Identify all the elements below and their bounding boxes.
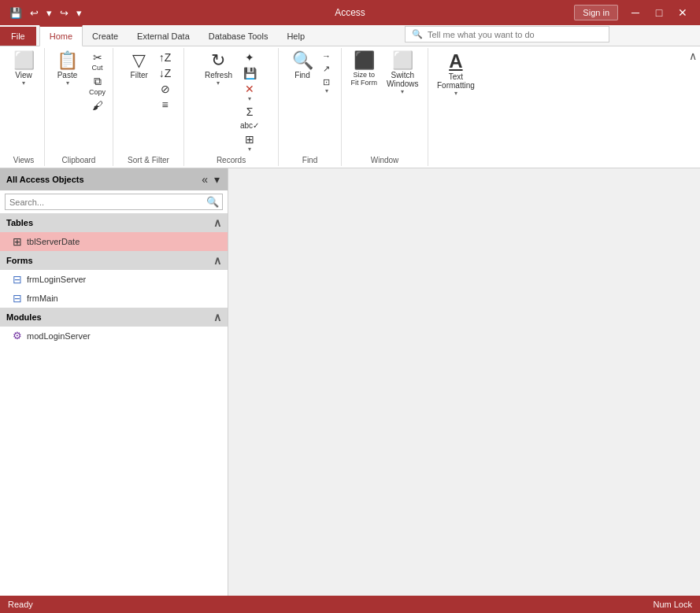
title-bar: 💾 ↩ ▾ ↪ ▾ Access Sign in ─ □ ✕ — [0, 0, 700, 25]
find-content: 🔍 Find → ↗ ⊡ ▾ — [287, 50, 333, 154]
search-icon: 🔍 — [412, 29, 423, 39]
cut-button[interactable]: ✂ Cut — [87, 50, 108, 73]
nav-item-modLoginServer[interactable]: ⚙ modLoginServer — [0, 327, 228, 345]
undo-btn[interactable]: ↩ — [27, 6, 42, 20]
totals-icon: Σ — [246, 105, 254, 118]
toggle-filter-button[interactable]: ≡ — [157, 97, 174, 113]
sort-btns: ↑Z ↓Z ⊘ ≡ — [157, 50, 174, 113]
nav-expand-button[interactable]: ▾ — [213, 173, 221, 186]
ascending-sort-button[interactable]: ↑Z — [157, 50, 174, 65]
refresh-all-button[interactable]: ↻ Refresh ▾ — [201, 50, 236, 89]
frmMain-label: frmMain — [27, 294, 58, 303]
size-to-fit-button[interactable]: ⬛ Size toFit Form — [346, 50, 381, 89]
nav-search-input[interactable] — [6, 195, 203, 209]
ribbon-group-views: ⬜ View ▾ Views — [3, 48, 45, 166]
clipboard-group-label: Clipboard — [62, 154, 96, 164]
navigation-pane: All Access Objects « ▾ 🔍 Tables ∧ ⊞ tblS… — [0, 168, 228, 596]
search-input[interactable] — [428, 30, 602, 39]
remove-sort-button[interactable]: ⊘ — [157, 81, 174, 97]
status-bar: Ready Num Lock — [0, 596, 700, 613]
nav-item-tblServerDate[interactable]: ⊞ tblServerDate — [0, 232, 228, 251]
records-group-label: Records — [217, 154, 246, 164]
forms-section-header[interactable]: Forms ∧ — [0, 251, 228, 270]
module-icon: ⚙ — [13, 330, 22, 342]
copy-button[interactable]: ⧉ Copy — [87, 73, 108, 98]
ribbon: ⬜ View ▾ Views 📋 Paste ▾ ✂ Cut ⧉ Copy — [0, 46, 700, 168]
nav-item-frmMain[interactable]: ⊟ frmMain — [0, 289, 228, 308]
goto-button[interactable]: ↗ — [320, 62, 333, 76]
ribbon-group-records: ↻ Refresh ▾ ✦ 💾 ✕ ▾ Σ abc✓ — [184, 48, 279, 166]
filter-icon: ▽ — [132, 52, 146, 69]
more-button[interactable]: ⊞ ▾ — [238, 131, 261, 154]
frmLoginServer-label: frmLoginServer — [27, 275, 86, 284]
copy-icon: ⧉ — [94, 75, 102, 88]
tab-database-tools[interactable]: Database Tools — [199, 27, 278, 46]
text-formatting-icon: A — [449, 52, 462, 71]
ribbon-group-text-formatting: A TextFormatting ▾ — [428, 48, 483, 166]
tab-help[interactable]: Help — [277, 27, 314, 46]
nav-header-controls: « ▾ — [200, 173, 221, 186]
view-icon: ⬜ — [13, 52, 35, 69]
text-formatting-label: TextFormatting — [437, 72, 475, 90]
delete-record-button[interactable]: ✕ ▾ — [238, 81, 261, 104]
find-button[interactable]: 🔍 Find — [287, 50, 318, 82]
sort-desc-icon: ↓Z — [159, 67, 172, 79]
select-button[interactable]: ⊡ ▾ — [320, 76, 333, 96]
refresh-icon: ↻ — [211, 52, 225, 69]
modLoginServer-label: modLoginServer — [27, 331, 91, 341]
quick-access-dropdown-btn[interactable]: ▾ — [73, 6, 85, 20]
close-button[interactable]: ✕ — [672, 2, 694, 24]
maximize-button[interactable]: □ — [648, 2, 670, 24]
remove-sort-icon: ⊘ — [161, 83, 170, 95]
text-formatting-dropdown: ▾ — [454, 90, 457, 97]
find-label: Find — [294, 71, 309, 79]
switch-windows-button[interactable]: ⬜ SwitchWindows ▾ — [383, 50, 423, 98]
save-quick-btn[interactable]: 💾 — [6, 6, 25, 20]
clipboard-content: 📋 Paste ▾ ✂ Cut ⧉ Copy 🖌 — [50, 50, 108, 154]
spelling-button[interactable]: abc✓ — [238, 120, 261, 131]
save-record-button[interactable]: 💾 — [238, 65, 261, 81]
toggle-filter-icon: ≡ — [161, 98, 168, 111]
ribbon-group-clipboard: 📋 Paste ▾ ✂ Cut ⧉ Copy 🖌 Clipboard — [45, 48, 113, 166]
nav-search-button[interactable]: 🔍 — [203, 194, 222, 209]
table-icon: ⊞ — [13, 235, 22, 248]
nav-item-frmLoginServer[interactable]: ⊟ frmLoginServer — [0, 270, 228, 289]
descending-sort-button[interactable]: ↓Z — [157, 65, 174, 81]
refresh-dropdown-arrow: ▾ — [217, 79, 220, 87]
view-button[interactable]: ⬜ View ▾ — [8, 50, 39, 89]
goto-icon: ↗ — [323, 64, 330, 74]
redo-btn[interactable]: ↪ — [57, 6, 72, 20]
forms-label: Forms — [6, 256, 33, 265]
replace-button[interactable]: → — [320, 50, 333, 62]
text-formatting-button[interactable]: A TextFormatting ▾ — [433, 50, 479, 99]
size-fit-label: Size toFit Form — [350, 71, 377, 87]
tab-home[interactable]: Home — [39, 25, 83, 46]
window-controls: ─ □ ✕ — [624, 2, 694, 24]
minimize-button[interactable]: ─ — [624, 2, 646, 24]
forms-toggle-icon: ∧ — [213, 254, 221, 267]
tables-section-header[interactable]: Tables ∧ — [0, 213, 228, 232]
modules-label: Modules — [6, 312, 42, 322]
tab-external-data[interactable]: External Data — [128, 27, 199, 46]
paste-button[interactable]: 📋 Paste ▾ — [50, 50, 85, 89]
paste-dropdown-arrow: ▾ — [66, 79, 69, 87]
tab-create[interactable]: Create — [83, 27, 128, 46]
new-record-button[interactable]: ✦ — [238, 50, 261, 65]
cut-icon: ✂ — [93, 51, 102, 64]
tab-file[interactable]: File — [0, 27, 36, 46]
sign-in-button[interactable]: Sign in — [574, 5, 618, 20]
views-group-label: Views — [13, 154, 35, 164]
title-bar-left: 💾 ↩ ▾ ↪ ▾ — [6, 6, 85, 20]
format-painter-button[interactable]: 🖌 — [87, 98, 108, 113]
filter-button[interactable]: ▽ Filter — [124, 50, 155, 82]
totals-button[interactable]: Σ — [238, 104, 261, 120]
ribbon-group-find: 🔍 Find → ↗ ⊡ ▾ Find — [279, 48, 342, 166]
ribbon-collapse-button[interactable]: ∧ — [689, 50, 697, 62]
delete-icon: ✕ — [245, 83, 254, 95]
nav-collapse-button[interactable]: « — [200, 173, 209, 186]
find-small-btns: → ↗ ⊡ ▾ — [320, 50, 333, 96]
undo-dropdown-btn[interactable]: ▾ — [43, 6, 55, 20]
cut-label: Cut — [92, 64, 103, 72]
find-icon: 🔍 — [292, 52, 313, 69]
modules-section-header[interactable]: Modules ∧ — [0, 308, 228, 327]
